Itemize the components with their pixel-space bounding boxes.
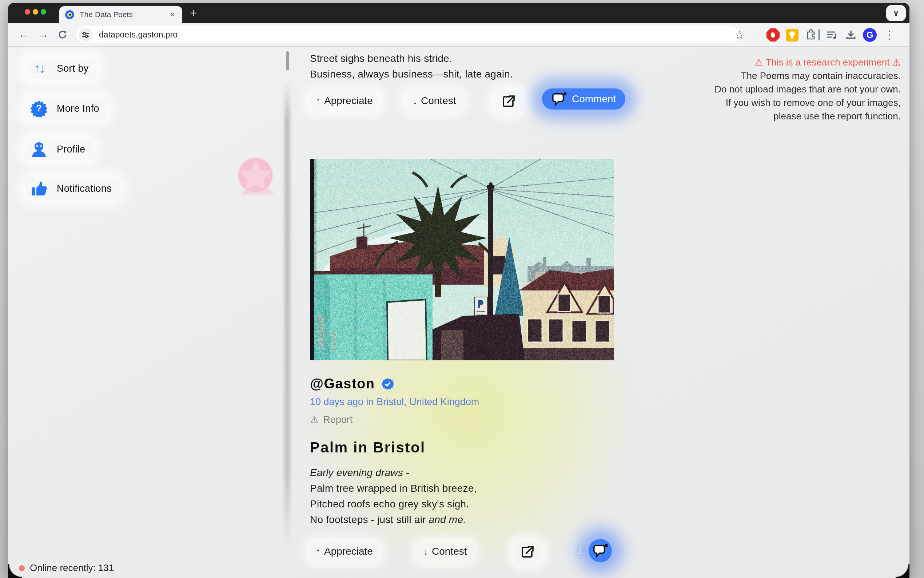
disclaimer-line: please use the report function. [714,110,901,123]
reload-icon [57,29,68,40]
page-content: ↑↓ Sort by ? More Info [8,48,909,578]
scrollbar-track[interactable] [285,83,290,545]
poem-line: Early evening draws - [310,465,477,481]
contest-button[interactable]: ↓ Contest [417,542,473,561]
warning-icon: ⚠ [310,414,319,425]
appreciate-button[interactable]: ↑ Appreciate [310,542,379,561]
adblock-extension-button[interactable] [765,27,782,43]
poem-text: Early evening draws - Palm tree wrapped … [310,465,477,528]
report-link[interactable]: ⚠ Report [310,414,353,425]
author-handle[interactable]: @Gaston [310,376,375,392]
lightbulb-icon [786,29,798,42]
chevron-down-icon: ∨ [893,8,899,18]
comment-bubble-icon [552,91,567,107]
playlist-music-icon [826,29,838,41]
post-timestamp-location[interactable]: 10 days ago in Bristol, United Kingdom [310,396,479,408]
poem-line: Business, always business—shit, late aga… [310,66,513,82]
open-external-icon [519,544,536,560]
poem-segment: and me. [429,514,466,525]
poem-line: No footsteps - just still air and me. [310,512,477,528]
up-arrow-icon: ↑ [316,95,320,107]
tab-search-chevron-button[interactable]: ∨ [886,5,906,21]
back-button[interactable]: ← [18,28,29,41]
comment-count: 1 [578,545,584,557]
contest-label: Contest [421,95,456,107]
minimize-window-button[interactable] [33,9,38,15]
comment-bubble-icon [592,543,608,559]
sidebar-item-label: Profile [57,144,86,155]
contest-button[interactable]: ↓ Contest [407,91,462,110]
media-playlist-button[interactable] [824,27,840,43]
maximize-window-button[interactable] [41,9,46,15]
poem-line: Palm tree wrapped in British breeze, [310,481,477,496]
comment-circle [589,539,612,562]
disclaimer-line: If you wish to remove one of your images… [714,96,901,110]
online-status: Online recently: 131 [19,562,114,574]
appreciate-button[interactable]: ↑ Appreciate [310,91,379,110]
previous-poem-text: Street sighs beneath his stride. Busines… [310,50,513,82]
scrollbar-thumb[interactable] [286,51,289,70]
profile-avatar[interactable]: G [861,27,878,43]
new-tab-button[interactable]: + [190,6,197,20]
reload-button[interactable] [57,29,68,40]
warning-icon: ⚠ [892,57,901,68]
comment-button[interactable]: Comment [542,88,625,110]
disclaimer-title: This is a research experiment [765,57,890,68]
comment-label: Comment [572,93,616,105]
browser-menu-button[interactable]: ⋮ [881,27,898,43]
poem-segment: Early evening draws [310,467,403,478]
avatar: G [863,28,877,42]
bookmark-star-button[interactable]: ☆ [731,27,748,43]
notes-extension-button[interactable] [783,27,800,43]
browser-tab[interactable]: The Data Poets × [59,6,182,23]
share-button[interactable] [495,90,523,113]
close-window-button[interactable] [25,9,30,15]
sidebar-item-profile[interactable]: Profile [26,139,94,160]
report-label: Report [323,414,353,425]
sort-arrows-icon: ↑↓ [31,60,47,77]
warning-icon: ⚠ [754,57,763,68]
share-button[interactable] [514,541,541,564]
poem-line: Street sighs beneath his stride. [310,50,513,66]
site-settings-button[interactable] [79,28,92,42]
extensions-button[interactable] [803,27,819,43]
disclaimer-line: The Poems may contain inaccuracies. [714,69,901,83]
thumbs-up-icon [31,180,47,197]
tab-close-icon[interactable]: × [168,10,176,19]
address-bar[interactable]: datapoets.gaston.pro [76,26,739,43]
poem-segment: No footsteps - just still air [310,514,429,525]
poem-line: Pitched roofs echo grey sky's sigh. [310,496,477,512]
appreciate-label: Appreciate [324,546,373,557]
verified-badge-icon [382,378,393,390]
down-arrow-icon: ↓ [413,95,417,107]
tune-icon [81,31,89,39]
tab-title: The Data Poets [80,10,168,19]
stop-hand-icon [767,28,780,42]
sidebar-item-notifications[interactable]: Notifications [26,178,120,199]
appreciate-label: Appreciate [324,95,373,107]
browser-toolbar: ← → datapoets.gaston.pro [8,23,909,47]
forward-button[interactable]: → [38,28,49,41]
downloads-button[interactable] [843,27,859,43]
sidebar-item-label: Notifications [57,183,112,194]
research-disclaimer: ⚠ This is a research experiment ⚠ The Po… [714,56,901,123]
down-arrow-icon: ↓ [424,546,428,557]
window-corner-decoration [896,564,909,578]
comment-count-button[interactable]: 1 [578,539,612,562]
browser-window: The Data Poets × + ∨ ← → [8,3,909,578]
toolbar-divider [819,29,820,41]
sidebar-item-label: More Info [57,103,99,114]
question-burst-icon: ? [31,100,47,117]
url-text[interactable]: datapoets.gaston.pro [99,30,178,40]
tab-strip: The Data Poets × + ∨ [8,3,909,23]
person-icon [31,141,47,157]
post-photo[interactable] [310,159,614,360]
sidebar-item-label: Sort by [57,63,89,74]
post-author[interactable]: @Gaston [310,376,393,392]
sidebar-item-sort-by[interactable]: ↑↓ Sort by [26,58,97,79]
sidebar-item-more-info[interactable]: ? More Info [26,98,107,119]
contest-label: Contest [432,546,467,557]
disclaimer-title-line: ⚠ This is a research experiment ⚠ [714,56,901,69]
up-arrow-icon: ↑ [316,546,320,557]
puzzle-piece-icon [805,29,817,41]
